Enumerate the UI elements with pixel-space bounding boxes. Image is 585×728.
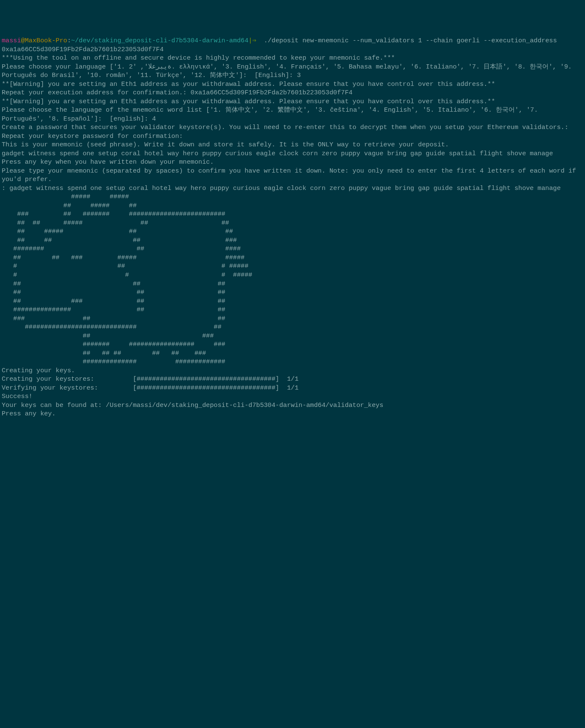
mnemonic-language-prompt: Please choose the language of the mnemon…: [2, 106, 583, 123]
verifying-keystores-progress: Verifying your keystores: [#############…: [2, 384, 583, 393]
language-prompt: Please choose your language ['1. ةيبرعلا…: [2, 63, 583, 80]
ascii-art-line: ### ## ##: [2, 314, 583, 323]
prompt-path: ~/dev/staking_deposit-cli-d7b5304-darwin…: [71, 37, 248, 44]
ascii-art-line: ### ## ####### #########################: [2, 210, 583, 219]
password-confirm-prompt: Repeat your keystore password for confir…: [2, 132, 583, 141]
ascii-art-line: ## ## ##: [2, 280, 583, 288]
execution-address-confirm: Repeat your execution address for confir…: [2, 88, 583, 97]
success-message: Success!: [2, 392, 583, 401]
ascii-art-line: ######## ## ####: [2, 244, 583, 253]
mnemonic-header: This is your mnemonic (seed phrase). Wri…: [2, 140, 583, 149]
eth1-warning-repeat: **[Warning] you are setting an Eth1 addr…: [2, 97, 583, 106]
eth1-warning: **[Warning] you are setting an Eth1 addr…: [2, 80, 583, 89]
prompt-sep: :: [67, 37, 71, 44]
mnemonic-phrase: gadget witness spend one setup coral hot…: [2, 149, 583, 158]
ascii-art-line: ## ## ### ##### #####: [2, 253, 583, 262]
terminal-prompt-line[interactable]: massi@MaxBook-Pro:~/dev/staking_deposit-…: [2, 36, 583, 54]
ascii-art-line: ## ## ##: [2, 288, 583, 297]
ascii-art-line: ##### #####: [2, 192, 583, 201]
keys-location: Your keys can be found at: /Users/massi/…: [2, 401, 583, 410]
ascii-art-line: # ## # #####: [2, 262, 583, 271]
ascii-art-line: ############################# ##: [2, 323, 583, 332]
ascii-art-line: ## ## ##### ## ##: [2, 219, 583, 228]
prompt-user: massi: [2, 37, 21, 44]
ascii-art-line: ## ###: [2, 332, 583, 341]
ascii-art-line: ## ##### ## ##: [2, 227, 583, 236]
ascii-art-line: ## ## ## ## ## ###: [2, 349, 583, 358]
offline-warning: ***Using the tool on an offline and secu…: [2, 54, 583, 63]
password-prompt: Create a password that secures your vali…: [2, 123, 583, 132]
ascii-art-line: # # # #####: [2, 271, 583, 280]
ascii-art-line: ####### ################# ###: [2, 340, 583, 349]
press-any-key-mnemonic: Press any key when you have written down…: [2, 158, 583, 167]
ascii-art-line: ## ##### ##: [2, 201, 583, 210]
mnemonic-confirm-input: : gadget witness spend one setup coral h…: [2, 184, 583, 193]
creating-keystores-progress: Creating your keystores: [##############…: [2, 375, 583, 384]
ascii-art-line: ## ### ## ##: [2, 297, 583, 306]
ascii-art-line: ## ## ## ###: [2, 236, 583, 245]
ascii-art-line: ############### ## ##: [2, 305, 583, 314]
prompt-at: @: [21, 37, 25, 44]
ascii-art-line: ############## #############: [2, 357, 583, 366]
mnemonic-confirm-prompt: Please type your mnemonic (separated by …: [2, 167, 583, 184]
prompt-branch: |⇒: [248, 37, 260, 44]
press-any-key: Press any key.: [2, 409, 583, 418]
prompt-host: MaxBook-Pro: [25, 37, 67, 44]
creating-keys: Creating your keys.: [2, 366, 583, 375]
